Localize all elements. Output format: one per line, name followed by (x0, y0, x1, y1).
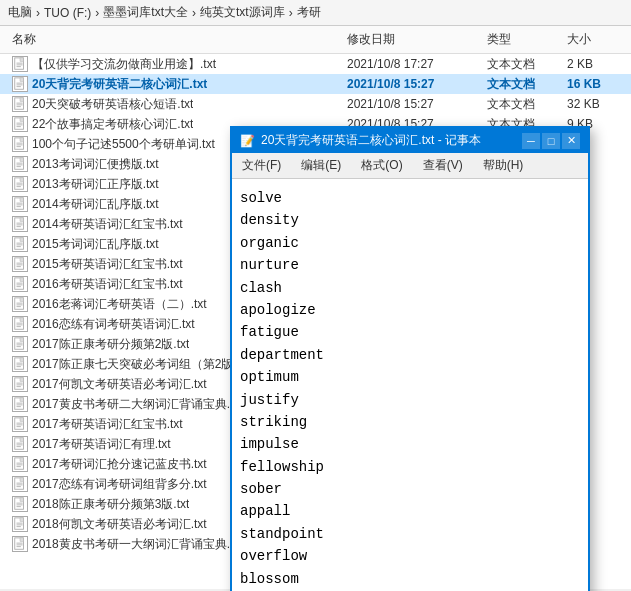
file-icon (12, 136, 28, 152)
col-header-type[interactable]: 类型 (483, 29, 563, 50)
svg-rect-96 (20, 438, 24, 442)
notepad-menu-item[interactable]: 帮助(H) (479, 155, 528, 176)
table-row[interactable]: 【仅供学习交流勿做商业用途】.txt2021/10/8 17:27文本文档2 K… (0, 54, 631, 74)
file-icon (12, 336, 28, 352)
file-icon (12, 496, 28, 512)
file-name-text: 2017陈正康考研分频第2版.txt (32, 336, 189, 353)
file-icon (12, 116, 28, 132)
file-name-cell: 20天背完考研英语二核心词汇.txt (8, 76, 343, 93)
notepad-title: 20天背完考研英语二核心词汇.txt - 记事本 (261, 132, 481, 149)
file-icon (12, 56, 28, 72)
svg-rect-1 (20, 58, 24, 62)
svg-rect-81 (20, 378, 24, 382)
file-icon (12, 76, 28, 92)
svg-rect-36 (20, 198, 24, 202)
col-header-name[interactable]: 名称 (8, 29, 343, 50)
word-item: sober (240, 478, 580, 500)
svg-rect-66 (20, 318, 24, 322)
file-name-text: 2016考研英语词汇红宝书.txt (32, 276, 183, 293)
file-name-text: 【仅供学习交流勿做商业用途】.txt (32, 56, 216, 73)
breadcrumb-folder1: 墨墨词库txt大全 (103, 4, 188, 21)
file-name-text: 2017考研英语词汇有理.txt (32, 436, 171, 453)
svg-rect-6 (20, 78, 24, 82)
word-item: apologize (240, 299, 580, 321)
file-name-cell: 20天突破考研英语核心短语.txt (8, 96, 343, 113)
file-name-text: 2018何凯文考研英语必考词汇.txt (32, 516, 207, 533)
file-icon (12, 536, 28, 552)
file-icon (12, 396, 28, 412)
notepad-menubar: 文件(F)编辑(E)格式(O)查看(V)帮助(H) (232, 153, 588, 179)
file-icon (12, 316, 28, 332)
notepad-menu-item[interactable]: 查看(V) (419, 155, 467, 176)
file-name-text: 2013考研词汇正序版.txt (32, 176, 159, 193)
file-name-text: 2017考研英语词汇红宝书.txt (32, 416, 183, 433)
file-icon (12, 236, 28, 252)
file-name-text: 2017考研词汇抢分速记蓝皮书.txt (32, 456, 207, 473)
svg-rect-71 (20, 338, 24, 342)
file-icon (12, 276, 28, 292)
breadcrumb-current: 考研 (297, 4, 321, 21)
svg-rect-121 (20, 538, 24, 542)
sep-1: › (36, 6, 40, 20)
sep-3: › (192, 6, 196, 20)
word-item: nurture (240, 254, 580, 276)
notepad-close-button[interactable]: ✕ (562, 133, 580, 149)
svg-rect-26 (20, 158, 24, 162)
notepad-maximize-button[interactable]: □ (542, 133, 560, 149)
table-row[interactable]: 20天突破考研英语核心短语.txt2021/10/8 15:27文本文档32 K… (0, 94, 631, 114)
svg-rect-61 (20, 298, 24, 302)
file-icon (12, 196, 28, 212)
file-name-text: 2013考词词汇便携版.txt (32, 156, 159, 173)
explorer: 名称 修改日期 类型 大小 【仅供学习交流勿做商业用途】.txt2021/10/… (0, 26, 631, 589)
notepad-window[interactable]: 📝 20天背完考研英语二核心词汇.txt - 记事本 ─ □ ✕ 文件(F)编辑… (230, 126, 590, 591)
address-bar[interactable]: 电脑 › TUO (F:) › 墨墨词库txt大全 › 纯英文txt源词库 › … (0, 0, 631, 26)
svg-rect-101 (20, 458, 24, 462)
breadcrumb-folder2: 纯英文txt源词库 (200, 4, 285, 21)
file-icon (12, 156, 28, 172)
word-item: fatigue (240, 321, 580, 343)
sep-4: › (289, 6, 293, 20)
svg-rect-16 (20, 118, 24, 122)
svg-rect-21 (20, 138, 24, 142)
file-size-cell: 16 KB (563, 77, 623, 91)
file-icon (12, 476, 28, 492)
file-name-text: 2017黄皮书考研二大纲词汇背诵宝典.txt (32, 396, 243, 413)
file-name-text: 20天背完考研英语二核心词汇.txt (32, 76, 207, 93)
file-icon (12, 416, 28, 432)
notepad-menu-item[interactable]: 编辑(E) (297, 155, 345, 176)
file-name-text: 2016恋练有词考研英语词汇.txt (32, 316, 195, 333)
svg-rect-31 (20, 178, 24, 182)
file-name-text: 2017何凯文考研英语必考词汇.txt (32, 376, 207, 393)
notepad-content[interactable]: solvedensityorganicnurtureclashapologize… (232, 179, 588, 591)
file-icon (12, 216, 28, 232)
col-header-size[interactable]: 大小 (563, 29, 623, 50)
file-date-cell: 2021/10/8 15:27 (343, 97, 483, 111)
word-item: impulse (240, 433, 580, 455)
file-name-text: 22个故事搞定考研核心词汇.txt (32, 116, 193, 133)
word-item: appall (240, 500, 580, 522)
file-size-cell: 32 KB (563, 97, 623, 111)
svg-rect-111 (20, 498, 24, 502)
file-icon (12, 436, 28, 452)
svg-rect-46 (20, 238, 24, 242)
file-name-text: 20天突破考研英语核心短语.txt (32, 96, 193, 113)
file-name-text: 2015考研英语词汇红宝书.txt (32, 256, 183, 273)
word-item: fellowship (240, 456, 580, 478)
notepad-menu-item[interactable]: 格式(O) (357, 155, 406, 176)
file-name-text: 2014考研词汇乱序版.txt (32, 196, 159, 213)
file-date-cell: 2021/10/8 15:27 (343, 77, 483, 91)
svg-rect-91 (20, 418, 24, 422)
file-icon (12, 296, 28, 312)
svg-rect-56 (20, 278, 24, 282)
col-header-date[interactable]: 修改日期 (343, 29, 483, 50)
svg-rect-11 (20, 98, 24, 102)
svg-rect-41 (20, 218, 24, 222)
notepad-minimize-button[interactable]: ─ (522, 133, 540, 149)
breadcrumb-pc: 电脑 (8, 4, 32, 21)
file-name-text: 2018黄皮书考研一大纲词汇背诵宝典.txt (32, 536, 243, 553)
table-row[interactable]: 20天背完考研英语二核心词汇.txt2021/10/8 15:27文本文档16 … (0, 74, 631, 94)
file-name-text: 2018陈正康考研分频第3版.txt (32, 496, 189, 513)
file-type-cell: 文本文档 (483, 76, 563, 93)
notepad-menu-item[interactable]: 文件(F) (238, 155, 285, 176)
word-item: overflow (240, 545, 580, 567)
